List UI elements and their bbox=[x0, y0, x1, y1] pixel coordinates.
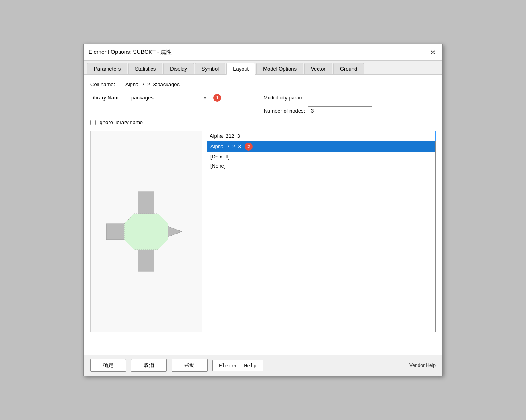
dialog-title: Element Options: SUBCKT - 属性 bbox=[89, 49, 172, 56]
badge-1: 1 bbox=[213, 94, 221, 102]
search-input[interactable] bbox=[207, 131, 436, 141]
list-item-default[interactable]: [Default] bbox=[207, 152, 435, 161]
close-button[interactable]: ✕ bbox=[428, 48, 437, 57]
library-name-select[interactable]: packages default user bbox=[129, 93, 208, 102]
dialog-footer: 确定 取消 帮助 Element Help Vendor Help bbox=[84, 355, 442, 376]
svg-rect-0 bbox=[138, 192, 154, 216]
multiplicity-label: Multiplicity param: bbox=[253, 95, 305, 101]
ignore-library-row: Ignore library name bbox=[90, 119, 436, 125]
multiplicity-input[interactable] bbox=[308, 93, 372, 102]
tab-content: Cell name: Alpha_212_3:packages Library … bbox=[84, 75, 442, 355]
tab-display[interactable]: Display bbox=[163, 63, 194, 74]
tab-ground[interactable]: Ground bbox=[333, 63, 364, 74]
confirm-button[interactable]: 确定 bbox=[90, 359, 126, 372]
tab-symbol[interactable]: Symbol bbox=[195, 63, 225, 74]
nodes-input[interactable] bbox=[308, 106, 372, 115]
tab-bar: Parameters Statistics Display Symbol Lay… bbox=[84, 61, 442, 75]
tab-vector[interactable]: Vector bbox=[304, 63, 332, 74]
library-name-label: Library Name: bbox=[90, 95, 126, 101]
cell-name-value: Alpha_212_3:packages bbox=[125, 81, 180, 87]
list-item-alpha[interactable]: Alpha_212_3 2 bbox=[207, 141, 435, 152]
title-bar: Element Options: SUBCKT - 属性 ✕ bbox=[84, 44, 442, 61]
tab-statistics[interactable]: Statistics bbox=[128, 63, 162, 74]
element-help-button[interactable]: Element Help bbox=[212, 360, 263, 371]
tab-layout[interactable]: Layout bbox=[226, 63, 255, 75]
main-area: Alpha_212_3 2 [Default] [None] bbox=[90, 131, 436, 332]
right-panel: Alpha_212_3 2 [Default] [None] bbox=[207, 131, 436, 332]
list-item-none[interactable]: [None] bbox=[207, 161, 435, 170]
symbol-preview bbox=[90, 131, 202, 332]
svg-rect-1 bbox=[138, 248, 154, 271]
nodes-row: Number of nodes: bbox=[253, 106, 372, 115]
help-button[interactable]: 帮助 bbox=[172, 359, 208, 372]
svg-marker-4 bbox=[124, 214, 168, 250]
vendor-help-label: Vendor Help bbox=[409, 363, 436, 368]
badge-2: 2 bbox=[245, 143, 253, 151]
symbol-svg bbox=[102, 188, 190, 275]
tab-model-options[interactable]: Model Options bbox=[256, 63, 303, 74]
layout-list[interactable]: Alpha_212_3 2 [Default] [None] bbox=[207, 141, 436, 332]
cancel-button[interactable]: 取消 bbox=[131, 359, 167, 372]
nodes-label: Number of nodes: bbox=[253, 108, 305, 114]
tab-parameters[interactable]: Parameters bbox=[87, 63, 127, 74]
cell-name-label: Cell name: bbox=[90, 81, 122, 87]
cell-name-row: Cell name: Alpha_212_3:packages bbox=[90, 81, 436, 87]
multiplicity-row: Multiplicity param: bbox=[253, 93, 372, 102]
ignore-library-checkbox[interactable] bbox=[90, 120, 96, 125]
main-dialog: Element Options: SUBCKT - 属性 ✕ Parameter… bbox=[83, 44, 443, 376]
ignore-library-label: Ignore library name bbox=[98, 119, 143, 125]
